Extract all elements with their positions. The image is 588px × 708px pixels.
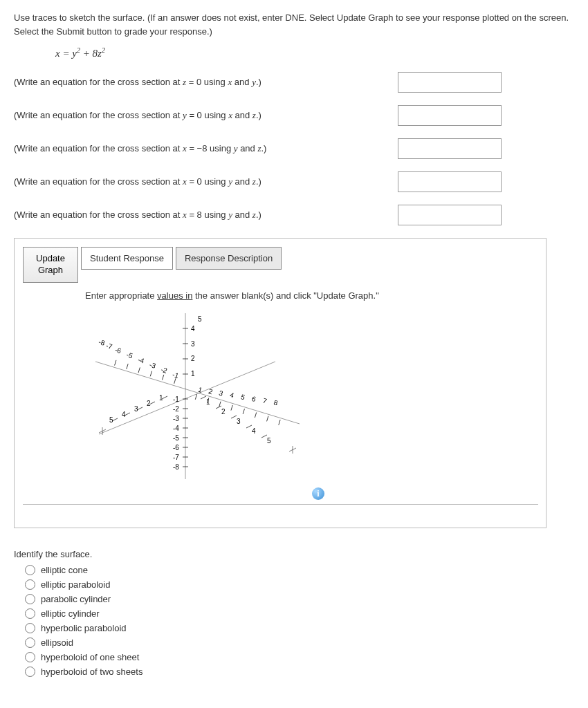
graph-instruction: Enter appropriate values in the answer b… [85, 290, 538, 302]
svg-line-44 [174, 378, 176, 384]
svg-text:1: 1 [197, 386, 203, 394]
surface-radio[interactable] [25, 565, 35, 575]
surface-radio[interactable] [25, 637, 35, 648]
svg-text:-3: -3 [149, 361, 157, 370]
svg-line-2 [99, 362, 275, 434]
svg-text:5: 5 [240, 393, 246, 401]
info-icon[interactable]: i [312, 487, 324, 500]
answer-input-4[interactable] [398, 171, 502, 192]
svg-text:-5: -5 [125, 351, 134, 360]
svg-text:-8: -8 [173, 463, 179, 471]
graph-widget: Update Graph Student Response Response D… [14, 238, 546, 528]
svg-text:-2: -2 [173, 405, 179, 413]
surface-option[interactable]: parabolic cylinder [25, 594, 574, 604]
surface-option-label: elliptic cone [41, 565, 88, 575]
surface-option[interactable]: hyperboloid of one sheet [25, 652, 574, 662]
surface-radio[interactable] [25, 623, 35, 633]
problem-intro: Use traces to sketch the surface. (If an… [14, 11, 574, 38]
tab-student-response[interactable]: Student Response [81, 247, 173, 270]
svg-text:2: 2 [221, 408, 226, 416]
surface-option-label: hyperbolic paraboloid [41, 623, 127, 633]
surface-radio[interactable] [25, 608, 35, 619]
svg-text:8: 8 [273, 398, 279, 407]
surface-option-label: elliptic cylinder [41, 608, 100, 619]
svg-text:-1: -1 [172, 371, 180, 380]
answer-input-3[interactable] [398, 138, 502, 159]
surface-radio[interactable] [25, 667, 35, 677]
divider [23, 504, 538, 505]
y-back-ticks: 1 2 3 4 5 [109, 394, 167, 424]
identify-section: Identify the surface. elliptic coneellip… [14, 549, 574, 677]
svg-line-38 [255, 412, 256, 418]
svg-text:-6: -6 [173, 444, 179, 451]
svg-text:-4: -4 [137, 355, 145, 364]
svg-text:-8: -8 [98, 338, 106, 347]
cross-section-1: (Write an equation for the cross section… [14, 72, 574, 93]
x-neg-ticks: -1 -2 -3 -4 -5 -6 -7 -8 [98, 338, 180, 384]
svg-text:5: 5 [198, 315, 202, 323]
svg-text:-4: -4 [173, 425, 179, 432]
svg-text:-2: -2 [160, 366, 168, 375]
surface-equation: x = y2 + 8z2 [55, 46, 574, 59]
svg-text:5: 5 [109, 416, 113, 424]
answer-input-5[interactable] [398, 205, 502, 225]
svg-text:-7: -7 [105, 342, 113, 351]
svg-text:1: 1 [191, 370, 195, 378]
svg-line-67 [261, 435, 267, 438]
svg-line-28 [195, 394, 196, 400]
svg-text:2: 2 [147, 400, 151, 407]
surface-option-label: hyperboloid of one sheet [41, 652, 139, 662]
svg-text:3: 3 [191, 340, 195, 348]
svg-text:1: 1 [206, 398, 210, 406]
cross-section-4: (Write an equation for the cross section… [14, 171, 574, 192]
svg-text:2: 2 [208, 387, 214, 395]
svg-line-65 [231, 416, 237, 418]
svg-text:-3: -3 [173, 415, 179, 422]
svg-text:3: 3 [237, 418, 241, 425]
y-pos-ticks: 1 2 3 4 5 [201, 396, 271, 445]
surface-option[interactable]: elliptic cylinder [25, 608, 574, 619]
svg-line-46 [162, 375, 163, 380]
cross-section-5: (Write an equation for the cross section… [14, 205, 574, 225]
svg-text:4: 4 [122, 411, 126, 418]
surface-option[interactable]: elliptic paraboloid [25, 579, 574, 590]
svg-text:-6: -6 [114, 346, 122, 355]
svg-line-36 [243, 409, 244, 414]
svg-line-54 [115, 360, 116, 366]
z-neg-ticks: -1 -2 -3 -4 -5 -6 -7 -8 [173, 395, 188, 471]
surface-radio[interactable] [25, 652, 35, 662]
graph-plot: 1 2 3 4 5 -1 -2 -3 -4 -5 -6 -7 -8 [85, 306, 306, 500]
answer-input-2[interactable] [398, 105, 502, 126]
surface-radio[interactable] [25, 579, 35, 590]
surface-option[interactable]: ellipsoid [25, 637, 574, 648]
identify-title: Identify the surface. [14, 549, 574, 559]
svg-line-40 [267, 416, 268, 422]
tab-response-description[interactable]: Response Description [176, 247, 282, 270]
svg-text:7: 7 [262, 397, 268, 405]
svg-line-50 [138, 367, 140, 373]
answer-input-1[interactable] [398, 72, 502, 93]
svg-text:-1: -1 [173, 395, 179, 403]
svg-line-32 [219, 402, 221, 407]
surface-option[interactable]: hyperboloid of two sheets [25, 667, 574, 677]
svg-text:4: 4 [191, 325, 195, 333]
surface-option-label: hyperboloid of two sheets [41, 667, 143, 677]
surface-option[interactable]: elliptic cone [25, 565, 574, 575]
surface-option-label: ellipsoid [41, 637, 73, 648]
update-graph-button[interactable]: Update Graph [23, 247, 78, 283]
svg-text:2: 2 [191, 355, 195, 362]
surface-option[interactable]: hyperbolic paraboloid [25, 623, 574, 633]
svg-text:4: 4 [252, 427, 256, 435]
cross-section-2: (Write an equation for the cross section… [14, 105, 574, 126]
svg-text:4: 4 [229, 391, 235, 399]
surface-option-label: elliptic paraboloid [41, 579, 110, 590]
surface-radio[interactable] [25, 594, 35, 604]
cross-section-3: (Write an equation for the cross section… [14, 138, 574, 159]
svg-text:1: 1 [159, 394, 163, 402]
svg-line-42 [279, 420, 280, 425]
svg-text:-5: -5 [173, 434, 179, 442]
svg-text:3: 3 [218, 389, 224, 398]
svg-text:5: 5 [267, 437, 271, 445]
z-pos-ticks: 1 2 3 4 5 [183, 315, 202, 378]
svg-text:3: 3 [134, 405, 138, 413]
